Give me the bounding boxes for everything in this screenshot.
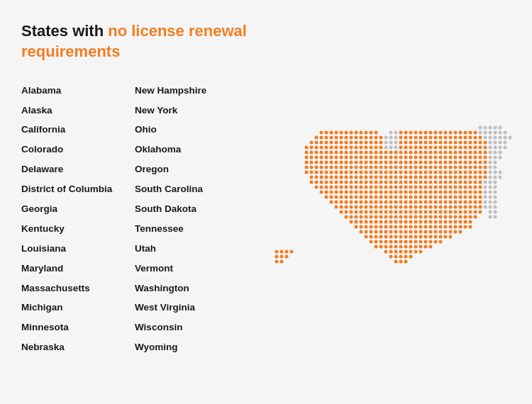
- state-item: Delaware: [21, 161, 135, 179]
- state-item: Georgia: [21, 201, 135, 219]
- state-item: Alabama: [21, 82, 135, 100]
- map-panel: [262, 0, 532, 404]
- state-item: New Hampshire: [135, 82, 248, 100]
- state-item: Vermont: [135, 259, 248, 278]
- state-item: Wisconsin: [135, 319, 248, 337]
- left-panel: States with no license renewal requireme…: [0, 0, 262, 404]
- state-item: Michigan: [21, 299, 135, 318]
- states-list: AlabamaAlaskaCaliforniaColoradoDelawareD…: [21, 82, 248, 357]
- state-item: Minnesota: [21, 319, 135, 337]
- state-item: California: [21, 121, 135, 140]
- state-item: Nebraska: [21, 339, 135, 357]
- state-item: Washington: [135, 279, 248, 298]
- column-2: New HampshireNew YorkOhioOklahomaOregonS…: [135, 82, 248, 357]
- state-item: Tennessee: [135, 220, 248, 238]
- state-item: South Dakota: [135, 201, 248, 219]
- state-item: West Virginia: [135, 299, 248, 318]
- us-map: [273, 124, 514, 280]
- state-item: Louisiana: [21, 240, 135, 258]
- page-title: States with no license renewal requireme…: [21, 21, 248, 62]
- state-item: Oklahoma: [135, 141, 248, 159]
- state-item: Wyoming: [135, 339, 248, 357]
- state-item: Colorado: [21, 141, 135, 159]
- state-item: Kentucky: [21, 220, 135, 238]
- state-item: Utah: [135, 240, 248, 258]
- state-item: Ohio: [135, 121, 248, 140]
- state-item: District of Columbia: [21, 181, 135, 199]
- state-item: New York: [135, 101, 248, 120]
- state-item: Alaska: [21, 101, 135, 120]
- state-item: South Carolina: [135, 181, 248, 199]
- column-1: AlabamaAlaskaCaliforniaColoradoDelawareD…: [21, 82, 135, 357]
- state-item: Oregon: [135, 161, 248, 179]
- state-item: Massachusetts: [21, 279, 135, 298]
- title-static: States with: [21, 22, 108, 40]
- state-item: Maryland: [21, 259, 135, 278]
